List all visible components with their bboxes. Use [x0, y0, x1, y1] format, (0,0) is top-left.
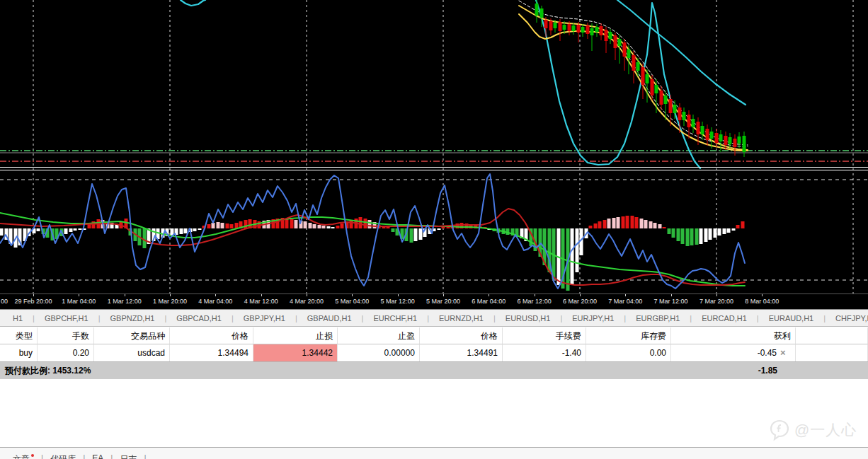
new-badge-dot — [31, 454, 34, 457]
time-label: 5 Mar 20:00 — [426, 298, 460, 305]
col-header-5: 止盈 — [338, 327, 420, 344]
time-tick — [398, 294, 399, 296]
symbol-tab-chfjpyh1[interactable]: CHFJPY,H1 — [826, 314, 868, 323]
time-axis: 0029 Feb 20:001 Mar 04:001 Mar 12:001 Ma… — [0, 294, 868, 309]
col-header-1: 手数 — [38, 327, 94, 344]
symbol-tab-eurusdh1[interactable]: EURUSD,H1 — [496, 314, 561, 323]
col-header-8: 库存费 — [586, 327, 671, 344]
symbol-tab-euraudh1[interactable]: EURAUD,H1 — [759, 314, 824, 323]
time-label: 5 Mar 04:00 — [335, 298, 369, 305]
symbol-tab-eurgbph1[interactable]: EURGBP,H1 — [626, 314, 690, 323]
time-tick — [716, 294, 717, 296]
time-label: 1 Mar 20:00 — [153, 298, 187, 305]
total-profit-value: -1.85 — [671, 362, 777, 380]
time-tick — [535, 294, 535, 296]
time-label: 7 Mar 04:00 — [608, 298, 642, 305]
symbol-tab-bar: H1|GBPCHF,H1|GBPNZD,H1|GBPCAD,H1|GBPJPY,… — [0, 309, 868, 327]
symbol-tab-eurnzdh1[interactable]: EURNZD,H1 — [429, 314, 493, 323]
watermark-logo-icon — [769, 419, 790, 441]
watermark: @一人心 — [769, 419, 857, 441]
time-label: 4 Mar 12:00 — [244, 298, 278, 305]
time-tick — [307, 294, 307, 296]
time-tick — [33, 294, 34, 296]
col-header-2: 交易品种 — [94, 327, 170, 344]
bottom-tab-articles[interactable]: 文章 — [6, 453, 41, 459]
order-cell-4: 1.34442 — [253, 344, 338, 361]
time-tick — [352, 294, 353, 296]
time-label: 1 Mar 12:00 — [108, 298, 142, 305]
order-cell-trailing — [796, 344, 868, 361]
time-tick — [79, 294, 79, 296]
bottom-tab-codebase[interactable]: 代码库 — [43, 453, 83, 459]
account-summary-row: 预付款比例: 1453.12% -1.85 — [0, 361, 868, 379]
time-tick — [125, 294, 125, 296]
col-header-0: 类型 — [0, 327, 38, 344]
time-label: 5 Mar 12:00 — [381, 298, 415, 305]
symbol-tab-eurcadh1[interactable]: EURCAD,H1 — [692, 314, 757, 323]
symbol-tab-gbpaudh1[interactable]: GBPAUD,H1 — [297, 314, 362, 323]
time-label: 7 Mar 20:00 — [699, 298, 733, 305]
time-tick — [443, 294, 444, 296]
price-and-indicator-chart — [0, 0, 868, 294]
close-order-button[interactable]: × — [780, 344, 793, 361]
bottom-tab-journal[interactable]: 日志 — [113, 453, 144, 459]
indicator-blue-line — [0, 174, 745, 289]
symbol-tab-gbpcadh1[interactable]: GBPCAD,H1 — [166, 314, 232, 323]
symbol-tab-gbpjpyh1[interactable]: GBPJPY,H1 — [234, 314, 295, 323]
col-header-7: 手续费 — [503, 327, 586, 344]
time-tick — [170, 294, 171, 296]
time-label: 4 Mar 04:00 — [198, 298, 232, 305]
time-label: 6 Mar 12:00 — [518, 298, 552, 305]
symbol-tab-gbpnzdh1[interactable]: GBPNZD,H1 — [101, 314, 165, 323]
time-tick — [580, 294, 581, 296]
time-label: 8 Mar 04:00 — [745, 298, 779, 305]
col-header-4: 止损 — [253, 327, 338, 344]
order-cell-8: 0.00 — [586, 344, 671, 361]
time-label: 1 Mar 04:00 — [62, 298, 96, 305]
order-cell-9: -0.45 — [671, 344, 796, 361]
watermark-text: @一人心 — [794, 420, 857, 440]
col-header-trailing — [796, 327, 868, 344]
time-tick — [671, 294, 672, 296]
time-label: 6 Mar 04:00 — [472, 298, 506, 305]
bollinger-bands — [181, 0, 746, 168]
price-level-lines — [0, 151, 868, 161]
panel-separator — [0, 167, 868, 170]
orders-panel: 类型手数交易品种价格止损止盈价格手续费库存费获利 buy0.20usdcad1.… — [0, 327, 868, 379]
mt4-terminal-window: 0029 Feb 20:001 Mar 04:001 Mar 12:001 Ma… — [0, 0, 868, 459]
col-header-3: 价格 — [170, 327, 253, 344]
symbol-tab-gbpchfh1[interactable]: GBPCHF,H1 — [35, 314, 98, 323]
order-cell-1: 0.20 — [38, 344, 94, 361]
time-label: 6 Mar 20:00 — [563, 298, 597, 305]
order-cell-0: buy — [0, 344, 38, 361]
tab-separator: | — [144, 453, 146, 459]
time-tick — [489, 294, 489, 296]
margin-level-label: 预付款比例: 1453.12% — [5, 362, 91, 380]
time-tick — [261, 294, 262, 296]
order-cell-6: 1.34491 — [420, 344, 503, 361]
order-cell-2: usdcad — [94, 344, 170, 361]
chart-area[interactable]: 0029 Feb 20:001 Mar 04:001 Mar 12:001 Ma… — [0, 0, 868, 309]
bottom-tab-bar: 文章|代码库|EA|日志| — [0, 447, 868, 459]
time-tick — [215, 294, 216, 296]
time-label: 7 Mar 12:00 — [654, 298, 688, 305]
col-header-6: 价格 — [420, 327, 503, 344]
order-cell-7: -1.40 — [503, 344, 586, 361]
time-label: 29 Feb 20:00 — [14, 298, 52, 305]
symbol-tab-eurjpyh1[interactable]: EURJPY,H1 — [562, 314, 624, 323]
symbol-tab-eurchfh1[interactable]: EURCHF,H1 — [363, 314, 427, 323]
order-cell-3: 1.34494 — [170, 344, 253, 361]
time-tick — [762, 294, 763, 296]
symbol-tab-h1[interactable]: H1 — [3, 314, 33, 323]
time-tick — [625, 294, 626, 296]
bottom-tab-ea[interactable]: EA — [85, 453, 110, 459]
time-label-partial: 00 — [1, 298, 8, 305]
order-cell-5: 0.00000 — [338, 344, 420, 361]
col-header-9: 获利 — [671, 327, 796, 344]
time-label: 4 Mar 20:00 — [290, 298, 324, 305]
